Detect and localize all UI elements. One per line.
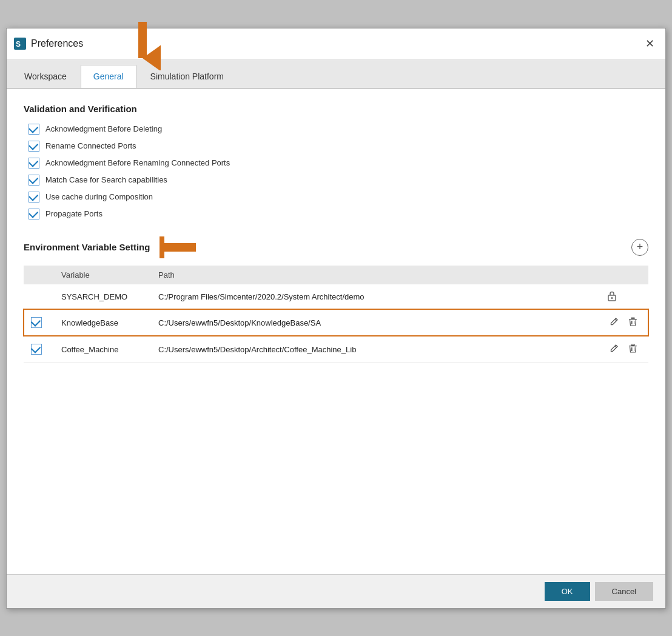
row-checkbox-cell[interactable] [24, 336, 54, 363]
env-table-body: SYSARCH_DEMO C:/Program Files/Simcenter/… [24, 284, 648, 363]
app-icon: S [14, 38, 26, 50]
add-env-variable-button[interactable]: + [631, 239, 648, 256]
env-section-header: Environment Variable Setting + [24, 236, 648, 258]
footer: OK Cancel [7, 574, 665, 608]
svg-rect-13 [629, 346, 637, 346]
checkbox-list: Acknowledgment Before Deleting Rename Co… [29, 124, 648, 219]
tab-workspace[interactable]: Workspace [12, 65, 79, 88]
checkbox-label-ack-rename: Acknowledgment Before Renaming Connected… [45, 158, 230, 167]
checkbox-ack-delete[interactable] [29, 124, 39, 135]
checkbox-coffee-machine[interactable] [31, 344, 42, 355]
row-path: C:/Program Files/Simcenter/2020.2/System… [151, 284, 600, 310]
checkbox-label-rename-ports: Rename Connected Ports [45, 141, 136, 150]
row-actions-cell [600, 309, 648, 336]
table-row[interactable]: KnowledgeBase C:/Users/ewwfn5/Desktop/Kn… [24, 309, 648, 336]
checkbox-rename-ports[interactable] [29, 141, 39, 152]
table-row[interactable]: Coffee_Machine C:/Users/ewwfn5/Desktop/A… [24, 336, 648, 363]
orange-arrow-right [160, 236, 202, 258]
row-variable: KnowledgeBase [54, 309, 151, 336]
checkbox-item-use-cache[interactable]: Use cache during Composition [29, 192, 648, 203]
table-row[interactable]: SYSARCH_DEMO C:/Program Files/Simcenter/… [24, 284, 648, 310]
row-variable: Coffee_Machine [54, 336, 151, 363]
checkbox-label-match-case: Match Case for Search capabilities [45, 175, 167, 184]
cancel-button[interactable]: Cancel [595, 582, 653, 601]
row-checkbox-cell [24, 284, 54, 310]
checkbox-label-ack-delete: Acknowledgment Before Deleting [45, 124, 162, 133]
svg-rect-7 [611, 297, 613, 299]
tabs-bar: Workspace General Simulation Platform [7, 60, 665, 89]
row-checkbox-cell[interactable] [24, 309, 54, 336]
checkbox-item-ack-rename[interactable]: Acknowledgment Before Renaming Connected… [29, 158, 648, 169]
row-path: C:/Users/ewwfn5/Desktop/KnowledgeBase/SA [151, 309, 600, 336]
env-section-title: Environment Variable Setting [24, 242, 150, 252]
dialog-title: Preferences [31, 38, 642, 49]
tab-simulation[interactable]: Simulation Platform [138, 65, 237, 88]
row-variable: SYSARCH_DEMO [54, 284, 151, 310]
preferences-dialog: S Preferences ✕ Workspace General Simula… [6, 28, 666, 609]
row-actions-cell [600, 336, 648, 363]
col-header-checkbox [24, 266, 54, 284]
content-area: Validation and Verification Acknowledgme… [7, 89, 665, 574]
col-header-actions [600, 266, 648, 284]
delete-button[interactable] [626, 343, 640, 356]
svg-rect-8 [629, 319, 637, 320]
checkbox-use-cache[interactable] [29, 192, 39, 203]
svg-rect-9 [631, 318, 635, 319]
lock-icon [607, 293, 617, 303]
close-button[interactable]: ✕ [642, 37, 658, 50]
checkbox-item-ack-delete[interactable]: Acknowledgment Before Deleting [29, 124, 648, 135]
edit-button[interactable] [607, 316, 621, 329]
ok-button[interactable]: OK [545, 582, 590, 601]
env-table-header-row: Variable Path [24, 266, 648, 284]
svg-rect-14 [631, 344, 635, 346]
validation-section-title: Validation and Verification [24, 104, 648, 114]
tab-general[interactable]: General [81, 65, 136, 88]
svg-text:S: S [16, 40, 21, 49]
row-actions [607, 343, 641, 356]
checkbox-knowledgebase[interactable] [31, 317, 42, 328]
env-section-left: Environment Variable Setting [24, 236, 202, 258]
row-path: C:/Users/ewwfn5/Desktop/Architect/Coffee… [151, 336, 600, 363]
env-table-header: Variable Path [24, 266, 648, 284]
checkbox-label-propagate: Propagate Ports [45, 209, 102, 218]
checkbox-propagate[interactable] [29, 209, 39, 219]
env-table: Variable Path SYSARCH_DEMO C:/Program Fi… [24, 266, 648, 363]
checkbox-item-propagate[interactable]: Propagate Ports [29, 209, 648, 219]
checkbox-ack-rename[interactable] [29, 158, 39, 169]
edit-button[interactable] [607, 343, 621, 356]
checkbox-label-use-cache: Use cache during Composition [45, 192, 153, 201]
row-actions [607, 316, 641, 330]
col-header-path: Path [151, 266, 600, 284]
row-actions-cell [600, 284, 648, 310]
title-bar: S Preferences ✕ [7, 28, 665, 60]
delete-button[interactable] [626, 316, 640, 330]
checkbox-item-rename-ports[interactable]: Rename Connected Ports [29, 141, 648, 152]
checkbox-match-case[interactable] [29, 175, 39, 186]
col-header-variable: Variable [54, 266, 151, 284]
checkbox-item-match-case[interactable]: Match Case for Search capabilities [29, 175, 648, 186]
